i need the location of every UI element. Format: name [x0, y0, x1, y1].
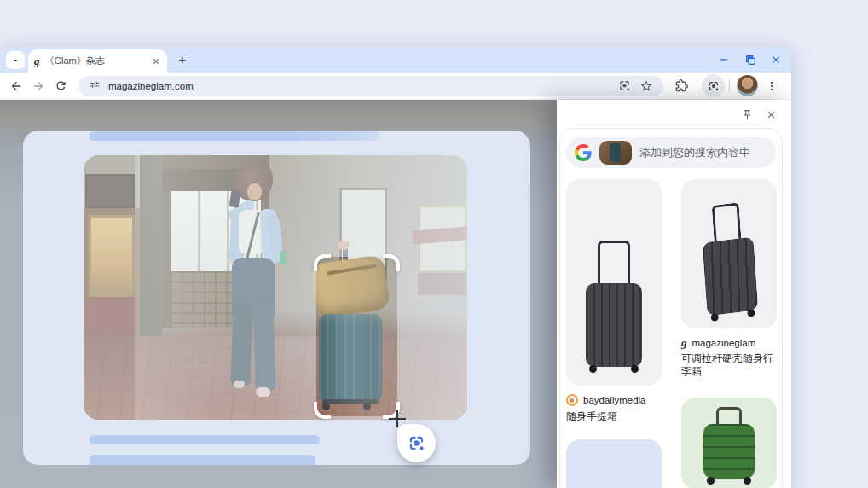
side-panel-close-icon[interactable] [764, 107, 778, 121]
site-info-icon[interactable] [89, 80, 101, 92]
results-grid: baydailymedia 随身手提箱 [560, 179, 782, 488]
photo-wall-sign [85, 174, 135, 208]
result-source: magazineglam [692, 338, 756, 348]
skeleton-text-bar [90, 435, 320, 444]
result-title[interactable]: 可调拉杆硬壳随身行李箱 [681, 352, 777, 378]
window-minimize-button[interactable] [717, 53, 731, 67]
desktop: g 《Glam》杂志 + [0, 0, 868, 488]
chevron-down-icon [10, 55, 20, 66]
window-close-button[interactable] [769, 53, 783, 67]
forward-button[interactable] [27, 75, 49, 97]
baydailymedia-favicon [566, 394, 578, 406]
result-card-blue-suitcase[interactable] [566, 439, 662, 488]
tab-glam-magazine[interactable]: g 《Glam》杂志 [28, 49, 167, 73]
results-column-2: g magazineglam 可调拉杆硬壳随身行李箱 [681, 179, 777, 488]
tab-title: 《Glam》杂志 [45, 55, 147, 67]
suitcase-image [703, 407, 755, 479]
search-placeholder: 添加到您的搜索内容中 [639, 145, 750, 160]
selection-handle-top-left[interactable] [314, 254, 331, 271]
article-photo-woman-with-luggage[interactable] [84, 155, 467, 420]
lens-session-button[interactable] [702, 74, 725, 97]
result-card-dark-hardshell-suitcase[interactable] [681, 179, 777, 328]
toolbar-divider [729, 79, 730, 93]
address-bar[interactable]: magazineglam.com [78, 76, 663, 96]
skeleton-text-bar [90, 131, 379, 141]
lens-search-fab[interactable] [397, 424, 436, 462]
result-source-row[interactable]: g magazineglam [681, 337, 777, 348]
extensions-icon[interactable] [670, 75, 692, 97]
window-restore-button[interactable] [744, 53, 757, 67]
google-logo [575, 144, 592, 161]
new-tab-button[interactable]: + [175, 52, 190, 67]
tab-favicon: g [34, 55, 40, 67]
tab-strip: g 《Glam》杂志 + [0, 47, 791, 73]
toolbar-divider [697, 79, 697, 93]
browser-toolbar: magazineglam.com [0, 73, 791, 100]
bookmark-star-icon[interactable] [639, 79, 653, 93]
browser-window: g 《Glam》杂志 + [0, 47, 791, 488]
result-card-dark-gray-suitcase[interactable] [566, 179, 662, 386]
result-card-green-suitcase[interactable] [681, 398, 777, 488]
result-source-row[interactable]: baydailymedia [566, 394, 662, 406]
result-title[interactable]: 随身手提箱 [566, 410, 662, 423]
menu-kebab-icon[interactable] [761, 75, 783, 97]
results-column-1: baydailymedia 随身手提箱 [566, 179, 662, 488]
suitcase-image [586, 241, 642, 367]
back-button[interactable] [5, 75, 27, 97]
skeleton-text-bar [90, 455, 315, 465]
profile-avatar[interactable] [737, 75, 758, 96]
magazineglam-favicon: g [681, 337, 687, 348]
webpage-viewport[interactable] [0, 100, 557, 488]
lens-address-icon[interactable] [618, 79, 631, 92]
suitcase-image [700, 200, 759, 316]
tab-search-button[interactable] [6, 51, 25, 69]
lens-icon [408, 434, 425, 452]
lens-selection-region[interactable] [316, 257, 397, 416]
selection-thumbnail [599, 141, 632, 165]
lens-search-bar[interactable]: 添加到您的搜索内容中 [566, 137, 776, 168]
url-text: magazineglam.com [108, 81, 194, 91]
tab-close-icon[interactable] [151, 56, 161, 67]
pin-icon[interactable] [740, 107, 754, 121]
side-panel-header [557, 100, 791, 128]
reload-button[interactable] [49, 75, 72, 97]
lens-side-panel: 添加到您的搜索内容中 baydailymedia [557, 100, 791, 488]
result-source: baydailymedia [583, 395, 646, 405]
lens-results-card: 添加到您的搜索内容中 baydailymedia [559, 128, 783, 488]
